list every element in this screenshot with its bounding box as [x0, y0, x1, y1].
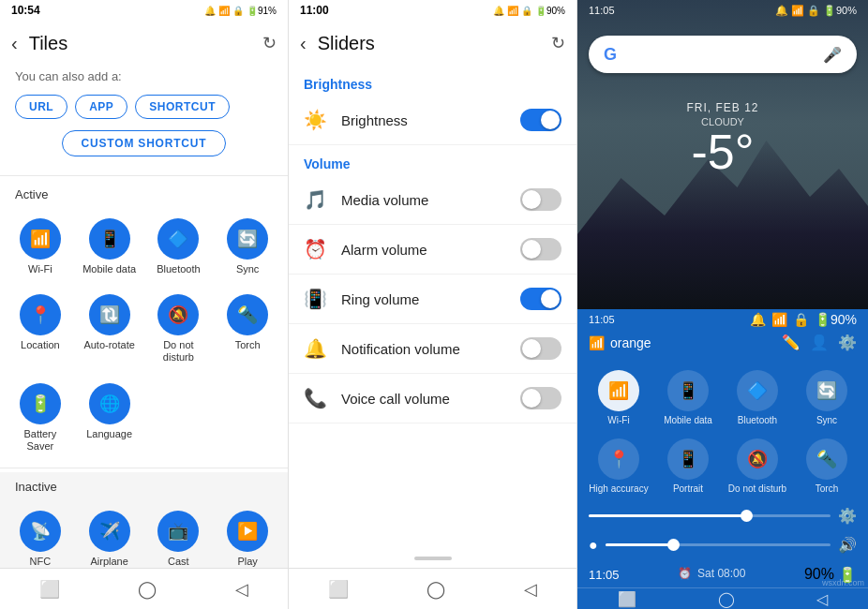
torch-tile-icon: 🔦 — [227, 294, 268, 335]
nav-circle-sliders[interactable]: ◯ — [427, 579, 445, 600]
notif-location-icon: 📍 — [598, 438, 639, 480]
volume-slider-thumb[interactable] — [667, 539, 680, 551]
wifi-icon-t: 📶 — [218, 6, 230, 16]
notif-dnd-label: Do not disturb — [728, 483, 786, 494]
inactive-tiles-grid: 📡 NFC ✈️ Airplane mode 📺 Cast ▶️ Play ⏭ … — [0, 499, 288, 568]
brightness-slider-track[interactable] — [589, 514, 831, 517]
microphone-icon[interactable]: 🎤 — [823, 46, 842, 64]
media-volume-toggle[interactable] — [520, 188, 561, 211]
auto-rotate-tile-label: Auto-rotate — [83, 339, 134, 351]
voice-volume-item: 📞 Voice call volume — [289, 374, 576, 423]
notification-panel: 11:05 🔔 📶 🔒 🔋90% 📶 orange ✏️ 👤 ⚙️ 📶 Wi-F… — [577, 309, 868, 609]
notif-tile-location[interactable]: 📍 High accuracy — [585, 431, 652, 498]
active-tiles-grid: 📶 Wi-Fi 📱 Mobile data 🔷 Bluetooth 🔄 Sync… — [0, 207, 288, 464]
notif-tile-bluetooth[interactable]: 🔷 Bluetooth — [724, 363, 791, 429]
wifi-tile-label: Wi-Fi — [28, 263, 52, 275]
tile-play[interactable]: ▶️ Play — [215, 503, 280, 568]
brightness-toggle[interactable] — [520, 109, 561, 131]
tile-battery-saver[interactable]: 🔋 Battery Saver — [7, 376, 73, 460]
app-button[interactable]: APP — [75, 95, 127, 119]
notif-tile-sync[interactable]: 🔄 Sync — [793, 363, 861, 429]
auto-brightness-icon[interactable]: ⚙️ — [838, 507, 857, 525]
ring-volume-toggle[interactable] — [520, 288, 561, 310]
tile-bluetooth[interactable]: 🔷 Bluetooth — [146, 211, 212, 283]
tile-language[interactable]: 🌐 Language — [77, 376, 142, 460]
tile-wifi[interactable]: 📶 Wi-Fi — [7, 211, 73, 283]
back-button-sliders[interactable]: ‹ — [300, 33, 307, 54]
lock-time: 11:05 — [589, 5, 615, 16]
media-volume-toggle-knob — [522, 190, 541, 209]
battery-saver-tile-label: Battery Saver — [11, 428, 69, 453]
cast-tile-icon: 📺 — [157, 511, 199, 552]
tile-sync[interactable]: 🔄 Sync — [215, 211, 280, 283]
notification-volume-item: 🔔 Notification volume — [289, 324, 576, 374]
nav-line — [414, 557, 452, 560]
notif-tile-mobile[interactable]: 📱 Mobile data — [654, 363, 722, 429]
google-logo: G — [604, 45, 617, 65]
edit-icon[interactable]: ✏️ — [782, 334, 801, 351]
tile-torch[interactable]: 🔦 Torch — [215, 287, 280, 371]
tile-cast[interactable]: 📺 Cast — [146, 503, 212, 568]
nav-circle-tiles[interactable]: ◯ — [138, 579, 157, 600]
play-tile-label: Play — [237, 556, 257, 568]
notif-sync-label: Sync — [816, 415, 837, 425]
lock-lock-icon: 🔒 — [807, 5, 820, 17]
pill-buttons: URL APP SHORTCUT — [0, 91, 288, 126]
panel-sliders: 11:00 🔔 📶 🔒 🔋90% ‹ Sliders ↻ Brightness … — [289, 0, 577, 609]
divider-inactive — [0, 468, 288, 468]
voice-volume-toggle[interactable] — [520, 387, 561, 409]
ring-volume-label: Ring volume — [341, 291, 520, 307]
notif-status-bar: 11:05 🔔 📶 🔒 🔋90% — [577, 309, 868, 330]
url-button[interactable]: URL — [15, 95, 67, 119]
notif-time: 11:05 — [589, 314, 615, 325]
nav-square-sliders[interactable]: ⬜ — [328, 579, 349, 600]
time-tiles: 10:54 — [11, 4, 40, 17]
tile-airplane[interactable]: ✈️ Airplane mode — [77, 503, 142, 568]
nav-back-tiles[interactable]: ◁ — [235, 579, 248, 600]
battery-saver-tile-icon: 🔋 — [20, 383, 61, 424]
app-bar-sliders: ‹ Sliders ↻ — [289, 21, 576, 66]
tile-mobile-data[interactable]: 📱 Mobile data — [77, 211, 142, 283]
notif-alarm-icon: 🔔 — [750, 312, 766, 327]
notif-location-label: High accuracy — [589, 483, 648, 494]
dnd-tile-label: Do not disturb — [150, 339, 208, 364]
settings-icon[interactable]: ⚙️ — [838, 334, 857, 351]
nav-bar-notif: ⬜ ◯ ◁ — [577, 587, 868, 609]
notif-tile-torch[interactable]: 🔦 Torch — [793, 431, 861, 498]
notif-torch-label: Torch — [816, 483, 838, 494]
shortcut-button[interactable]: SHORTCUT — [135, 95, 230, 119]
custom-shortcut-button[interactable]: CUSTOM SHORTCUT — [62, 130, 227, 156]
custom-shortcut-wrap: CUSTOM SHORTCUT — [0, 126, 288, 171]
notif-tile-dnd[interactable]: 🔕 Do not disturb — [724, 431, 791, 498]
location-tile-label: Location — [21, 339, 60, 351]
nav-square-notif[interactable]: ⬜ — [618, 590, 636, 608]
notif-sync-icon: 🔄 — [806, 370, 847, 411]
tile-dnd[interactable]: 🔕 Do not disturb — [146, 287, 212, 371]
back-button-tiles[interactable]: ‹ — [11, 33, 18, 54]
tile-auto-rotate[interactable]: 🔃 Auto-rotate — [77, 287, 142, 371]
notif-tile-portrait[interactable]: 📱 Portrait — [654, 431, 722, 498]
notif-tile-wifi[interactable]: 📶 Wi-Fi — [585, 363, 652, 429]
nav-back-notif[interactable]: ◁ — [816, 590, 828, 608]
google-search-bar[interactable]: G 🎤 — [589, 36, 857, 73]
volume-slider-track[interactable] — [606, 543, 831, 546]
brightness-slider-fill — [589, 514, 746, 517]
nav-circle-notif[interactable]: ◯ — [718, 590, 735, 608]
alarm-volume-toggle[interactable] — [520, 238, 561, 260]
history-icon[interactable]: ↻ — [262, 33, 277, 53]
history-icon-sliders[interactable]: ↻ — [551, 33, 565, 53]
language-tile-icon: 🌐 — [89, 383, 130, 424]
app-bar-tiles: ‹ Tiles ↻ — [0, 21, 288, 66]
tile-location[interactable]: 📍 Location — [7, 287, 73, 371]
notification-icon: 🔔 — [304, 337, 326, 360]
notification-volume-toggle[interactable] — [520, 337, 561, 360]
watermark: wsxdn.com — [822, 578, 864, 587]
tile-nfc[interactable]: 📡 NFC — [7, 503, 73, 568]
person-icon[interactable]: 👤 — [810, 334, 829, 351]
notif-current-time: 11:05 — [589, 568, 620, 582]
notif-tiles-grid: 📶 Wi-Fi 📱 Mobile data 🔷 Bluetooth 🔄 Sync… — [577, 359, 868, 501]
brightness-slider-thumb[interactable] — [741, 510, 753, 522]
nav-back-sliders[interactable]: ◁ — [524, 579, 537, 600]
status-bar-sliders: 11:00 🔔 📶 🔒 🔋90% — [289, 0, 576, 21]
nav-square-tiles[interactable]: ⬜ — [39, 579, 60, 600]
